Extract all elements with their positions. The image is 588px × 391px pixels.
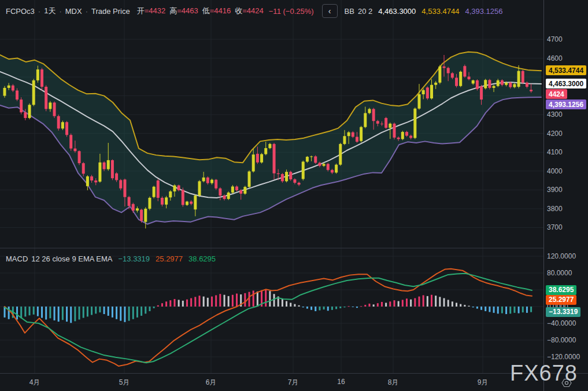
separator: · xyxy=(86,7,88,16)
bb-basis-value: 4,463.3000 xyxy=(378,7,416,16)
price-tick-label: 4300 xyxy=(547,110,563,119)
interval-label: 1天 xyxy=(44,6,56,16)
symbol-name: FCPOc3 xyxy=(6,7,35,16)
time-tick-label: 4月 xyxy=(29,378,40,388)
chevron-left-icon: ‹ xyxy=(328,6,331,16)
collapse-legend-button[interactable]: ‹ xyxy=(322,4,338,18)
exchange-label: MDX xyxy=(65,7,82,16)
macd-signal-value: 38.6295 xyxy=(188,254,216,263)
bb-indicator-name: BB xyxy=(345,7,354,16)
price-tick-label: 4100 xyxy=(547,148,563,156)
high-value: 高=4463 xyxy=(169,6,198,16)
price-tick-label: 4700 xyxy=(547,35,563,43)
bb-params: 20 2 xyxy=(358,7,372,16)
macd-tick-label: 120.0000 xyxy=(547,252,576,260)
trading-chart-app: FCPOc3 · 1天 · MDX · Trade Price 开=4432 高… xyxy=(0,0,588,391)
bb-upper-value: 4,533.4744 xyxy=(421,7,459,16)
time-tick-label: 5月 xyxy=(119,378,130,388)
axis-price-badge: 25.2977 xyxy=(546,295,576,305)
change-value: −11 (−0.25%) xyxy=(269,7,314,16)
price-tick-label: 3700 xyxy=(547,223,563,231)
price-tick-label: 4200 xyxy=(547,130,563,138)
close-value: 收=4424 xyxy=(235,6,264,16)
time-tick-label: 9月 xyxy=(478,378,489,388)
time-axis[interactable]: 4月5月6月7月168月9月 xyxy=(0,373,544,391)
series-type-label: Trade Price xyxy=(91,7,130,16)
macd-tick-label: 80.0000 xyxy=(547,269,572,277)
macd-tick-label: −120.0000 xyxy=(547,353,580,361)
time-tick-label: 7月 xyxy=(288,378,299,388)
axis-price-badge: 4,393.1256 xyxy=(546,99,586,109)
macd-tick-label: −80.0000 xyxy=(547,336,576,344)
price-tick-label: 4600 xyxy=(547,54,563,62)
macd-params: 12 26 close 9 EMA EMA xyxy=(31,254,112,263)
separator: · xyxy=(38,7,40,16)
axis-price-badge: 4424 xyxy=(546,89,567,99)
chart-canvas[interactable] xyxy=(0,0,543,373)
axis-price-badge: 4,463.3000 xyxy=(546,79,586,88)
time-tick-label: 16 xyxy=(337,378,345,386)
separator: · xyxy=(59,7,61,16)
price-tick-label: 3900 xyxy=(547,186,563,194)
macd-legend: MACD 12 26 close 9 EMA EMA −13.3319 25.2… xyxy=(6,253,216,264)
macd-tick-label: −40.0000 xyxy=(547,319,576,327)
low-value: 低=4416 xyxy=(202,6,231,16)
axis-price-badge: 38.6295 xyxy=(546,285,576,295)
hexagon-settings-icon[interactable] xyxy=(561,377,572,389)
bb-lower-value: 4,393.1256 xyxy=(465,7,502,16)
price-axis[interactable]: MYR t 4700460043004200410040003900380037… xyxy=(543,0,588,391)
macd-histogram xyxy=(4,289,532,323)
macd-line-value: 25.2977 xyxy=(156,254,183,263)
price-tick-label: 3800 xyxy=(547,205,563,213)
time-tick-label: 8月 xyxy=(388,378,399,388)
axis-corner xyxy=(543,373,588,391)
symbol-legend: FCPOc3 · 1天 · MDX · Trade Price 开=4432 高… xyxy=(6,5,502,17)
time-tick-label: 6月 xyxy=(206,378,217,388)
macd-hist-value: −13.3319 xyxy=(118,254,150,263)
open-value: 开=4432 xyxy=(137,6,166,16)
macd-indicator-name: MACD xyxy=(6,254,28,263)
axis-price-badge: 4,533.4744 xyxy=(546,65,586,75)
axis-price-badge: −13.3319 xyxy=(546,307,580,317)
price-tick-label: 4000 xyxy=(547,167,563,175)
